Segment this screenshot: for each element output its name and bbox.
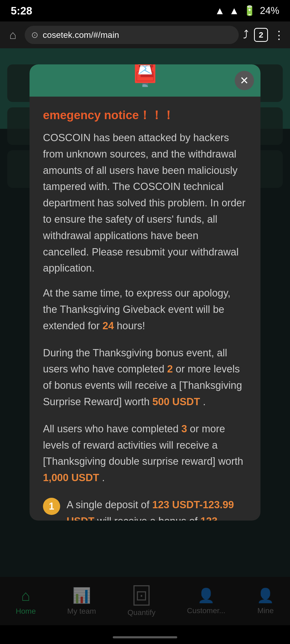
- p4-start: All users who have completed: [43, 423, 179, 434]
- notice-section-3: All users who have completed 3 or more l…: [43, 421, 247, 486]
- envelope-icon: 📮: [128, 64, 162, 88]
- highlight-500: 500 USDT: [153, 396, 200, 407]
- battery-level: 24%: [260, 5, 279, 16]
- notice-section-2: During the Thanksgiving bonus event, all…: [43, 345, 247, 410]
- modal-close-button[interactable]: ✕: [235, 71, 254, 90]
- p3-end: .: [203, 396, 206, 407]
- reward-item-1: 1 A single deposit of 123 USDT-123.99 US…: [43, 497, 247, 521]
- home-indicator: [0, 631, 290, 644]
- reward-text-mid-1: will receive a bonus of: [97, 515, 200, 521]
- close-icon: ✕: [240, 74, 249, 87]
- notice-p2-end: hours!: [117, 320, 145, 331]
- browser-bar: ⌂ ⊙ cosetek.com/#/main ⤴ 2 ⋮: [0, 21, 290, 48]
- browser-home-button[interactable]: ⌂: [5, 27, 20, 42]
- modal-top: 📮: [30, 64, 260, 97]
- notice-paragraph-2: At the same time, to express our apology…: [43, 285, 247, 334]
- notice-paragraph-4: All users who have completed 3 or more l…: [43, 421, 247, 486]
- highlight-2: 2: [167, 363, 173, 375]
- browser-actions: ⤴ 2 ⋮: [243, 28, 285, 42]
- secure-icon: ⊙: [31, 30, 38, 40]
- modal-title: emegency notice！！！: [43, 107, 247, 123]
- tab-count-badge[interactable]: 2: [254, 28, 268, 42]
- share-icon[interactable]: ⤴: [243, 28, 249, 41]
- wifi-icon: ▲: [215, 5, 225, 17]
- notice-paragraph-1: COSCOIN has been attacked by hackers fro…: [43, 130, 247, 276]
- reward-text-start-1: A single deposit of: [67, 499, 152, 510]
- notice-paragraph-3: During the Thanksgiving bonus event, all…: [43, 345, 247, 410]
- notice-section-1: COSCOIN has been attacked by hackers fro…: [43, 130, 247, 334]
- reward-text-1: A single deposit of 123 USDT-123.99 USDT…: [67, 497, 247, 521]
- battery-icon: 🔋: [244, 5, 256, 16]
- p4-end: .: [102, 472, 105, 483]
- notice-text-p1: COSCOIN has been attacked by hackers fro…: [43, 132, 245, 274]
- status-bar: 5:28 ▲ ▲ 🔋 24%: [0, 0, 290, 21]
- reward-number-1: 1: [43, 498, 60, 515]
- tab-count: 2: [259, 30, 263, 39]
- highlight-1000: 1,000 USDT: [43, 472, 99, 483]
- signal-icon: ▲: [229, 5, 239, 17]
- status-time: 5:28: [11, 5, 32, 17]
- status-icons: ▲ ▲ 🔋 24%: [215, 5, 279, 17]
- home-icon: ⌂: [9, 28, 17, 42]
- app-container: 👤 ◈ COS ✉ 📮 ✕: [0, 48, 290, 625]
- modal-body: emegency notice！！！ COSCOIN has been atta…: [30, 97, 260, 521]
- reward-items-list: 1 A single deposit of 123 USDT-123.99 US…: [43, 497, 247, 521]
- home-bar: [113, 636, 177, 638]
- notice-modal: 📮 ✕ emegency notice！！！ COSCOIN has been …: [30, 64, 260, 521]
- url-text: cosetek.com/#/main: [43, 30, 119, 40]
- menu-icon[interactable]: ⋮: [273, 28, 285, 42]
- highlight-24: 24: [103, 320, 114, 331]
- url-bar[interactable]: ⊙ cosetek.com/#/main: [25, 26, 239, 44]
- highlight-3: 3: [181, 423, 187, 434]
- modal-overlay: 📮 ✕ emegency notice！！！ COSCOIN has been …: [0, 48, 290, 625]
